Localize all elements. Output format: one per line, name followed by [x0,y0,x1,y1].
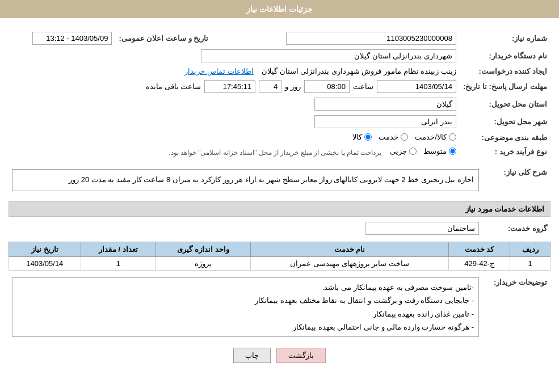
cell-rownum: 1 [510,256,550,270]
radio-khadamat-input[interactable] [401,133,408,141]
deadline-remaining: 17:45:11 [204,80,255,93]
col-rownum: ردیف [510,242,550,256]
buyer-notes-content: -تامین سوخت مصرفی به عهده بیمانکار می با… [12,277,479,338]
cell-date: 1403/05/14 [9,256,81,270]
service-group-label: گروه خدمت: [482,220,550,237]
deadline-days-label: روز و [285,82,301,91]
note-line: -تامین سوخت مصرفی به عهده بیمانکار می با… [17,281,474,294]
radio-kala-khadamat-input[interactable] [449,133,456,141]
radio-jozi[interactable]: جزیی [390,147,417,155]
services-table: ردیف کد خدمت نام خدمت واحد اندازه گیری ت… [9,242,550,271]
creator-label: ایجاد کننده درخواست: [460,65,550,78]
creator-value: زینب زبینده نظام مامور فروش شهرداری بندر… [262,67,456,75]
radio-kala-khadamat[interactable]: کالا/خدمت [415,133,456,141]
services-section-header: اطلاعات خدمات مورد نیاز [9,201,550,217]
radio-kala-khadamat-label: کالا/خدمت [415,133,447,141]
radio-khadamat[interactable]: خدمت [379,133,408,141]
province-label: استان محل تحویل: [460,95,550,113]
need-summary-label: شرح کلی نیاز: [482,163,550,197]
bottom-buttons: بازگشت چاپ [9,348,550,363]
note-line: - جابجایی دستگاه رفت و برگشت و انتقال به… [17,294,474,307]
deadline-days: 4 [259,80,281,93]
radio-motavaset-label: متوسط [423,147,447,155]
table-row: 1 ج-42-429 ساخت سایر پروژههای مهندسی عمر… [9,256,550,270]
cell-unit: پروژه [156,256,251,270]
buyer-org-label: نام دستگاه خریدار: [460,47,550,65]
col-code: کد خدمت [449,242,510,256]
radio-kala-input[interactable] [364,133,372,141]
buyer-notes-label: توضیحات خریدار: [482,275,550,340]
deadline-remaining-label: ساعت باقی مانده [146,82,201,91]
province-value: گیلان [314,98,456,111]
deadline-date: 1403/05/14 [377,80,456,93]
cell-code: ج-42-429 [449,256,510,270]
content-area: شماره نیاز: 1103005230000008 تاریخ و ساع… [0,24,559,377]
need-summary-table: شرح کلی نیاز: اجاره بیل زنجیری خط 2 جهت … [9,163,550,197]
radio-kala[interactable]: کالا [352,133,372,141]
city-value: بندر انزلی [314,115,456,128]
purchase-type-label: نوع فرآیند خرید : [460,145,550,159]
purchase-type-group: متوسط جزیی [390,147,456,155]
col-date: تاریخ نیاز [9,242,81,256]
note-line: - تامین غذای رانده بعهده بیمانکار [17,307,474,321]
page-title: جزئیات اطلاعات نیاز [0,0,559,18]
need-number-label: شماره نیاز: [460,29,550,47]
purchase-type-note: پرداخت تمام یا بخشی از مبلغ خریدار از مح… [169,149,381,157]
note-line: - هرگونه خسارت وارده مالی و جانی احتمالی… [17,321,474,334]
deadline-label: مهلت ارسال پاسخ: تا تاریخ: [460,78,550,95]
print-button[interactable]: چاپ [233,348,271,363]
radio-jozi-input[interactable] [409,147,417,155]
need-summary-text: اجاره بیل زنجیری خط 2 جهت لایروبی کاناله… [12,169,479,191]
info-table: شماره نیاز: 1103005230000008 تاریخ و ساع… [9,29,550,159]
radio-motavaset[interactable]: متوسط [423,147,456,155]
creator-link[interactable]: اطلاعات تماس خریدار [184,67,253,75]
radio-jozi-label: جزیی [390,147,407,155]
deadline-time: 08:00 [304,80,350,93]
col-name: نام خدمت [251,242,449,256]
deadline-time-label: ساعت [353,82,373,91]
need-number-value: 1103005230000008 [286,32,456,45]
radio-kala-label: کالا [352,133,362,141]
announce-value: 1403/05/09 - 13:12 [32,32,112,45]
buyer-notes-table: توضیحات خریدار: -تامین سوخت مصرفی به عهد… [9,275,550,340]
deadline-row: 1403/05/14 ساعت 08:00 روز و 4 17:45:11 س… [146,80,456,93]
cell-qty: 1 [81,256,155,270]
category-radio-group: کالا/خدمت خدمت کالا [352,133,456,141]
announce-label: تاریخ و ساعت اعلان عمومی: [115,29,212,47]
radio-khadamat-label: خدمت [379,133,398,141]
cell-name: ساخت سایر پروژههای مهندسی عمران [251,256,449,270]
city-label: شهر محل تحویل: [460,113,550,130]
service-group-value: ساختمان [365,222,479,235]
radio-motavaset-input[interactable] [449,147,456,155]
category-label: طبقه بندی موضوعی: [460,130,550,145]
service-group-table: گروه خدمت: ساختمان [9,220,550,237]
col-unit: واحد اندازه گیری [156,242,251,256]
page-wrapper: جزئیات اطلاعات نیاز شماره نیاز: 11030052… [0,0,559,392]
col-qty: تعداد / مقدار [81,242,155,256]
buyer-org-value: شهرداری بندرانزلی استان گیلان [201,49,456,62]
back-button[interactable]: بازگشت [276,348,326,363]
